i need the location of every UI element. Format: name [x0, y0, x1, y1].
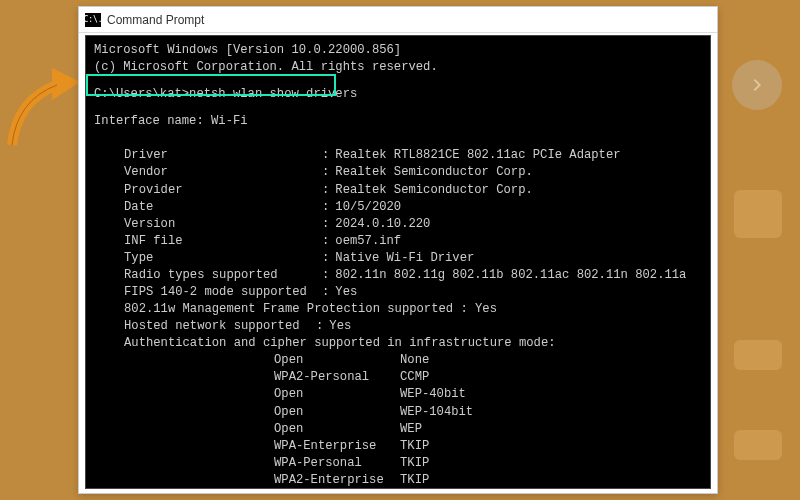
interface-name: Interface name: Wi-Fi — [94, 114, 248, 128]
auth-cipher: None — [400, 352, 429, 369]
prompt-command: netsh wlan show drivers — [189, 87, 357, 101]
prop-value: 2024.0.10.220 — [335, 216, 430, 233]
callout-arrow-icon — [2, 60, 80, 150]
auth-cipher: TKIP — [400, 438, 429, 455]
prop-key: Vendor — [124, 164, 322, 181]
auth-cipher: CCMP — [400, 369, 429, 386]
bg-tile — [734, 340, 782, 370]
prop-value: Yes — [329, 318, 351, 335]
prop-key: Driver — [124, 147, 322, 164]
prop-key: Version — [124, 216, 322, 233]
auth-mode: WPA2-Enterprise — [274, 472, 400, 489]
auth-cipher: WEP — [400, 421, 422, 438]
auth-cipher: WEP-104bit — [400, 404, 473, 421]
prop-value: oem57.inf — [335, 233, 401, 250]
auth-mode: Open — [274, 352, 400, 369]
mgmt-frame-line: 802.11w Management Frame Protection supp… — [124, 302, 497, 316]
window-title: Command Prompt — [107, 13, 204, 27]
prompt-path: C:\Users\kat> — [94, 87, 189, 101]
command-prompt-window: C:\. Command Prompt Microsoft Windows [V… — [78, 6, 718, 494]
auth-cipher: WEP-40bit — [400, 386, 466, 403]
prop-value: Realtek RTL8821CE 802.11ac PCIe Adapter — [335, 147, 620, 164]
prop-value: Realtek Semiconductor Corp. — [335, 164, 532, 181]
auth-header: Authentication and cipher supported in i… — [124, 336, 556, 350]
header-line-1: Microsoft Windows [Version 10.0.22000.85… — [94, 43, 401, 57]
auth-cipher: TKIP — [400, 455, 429, 472]
auth-mode: Open — [274, 404, 400, 421]
auth-mode: WPA-Enterprise — [274, 438, 400, 455]
bg-tile — [734, 190, 782, 238]
auth-mode: Open — [274, 386, 400, 403]
header-line-2: (c) Microsoft Corporation. All rights re… — [94, 60, 438, 74]
prop-key: INF file — [124, 233, 322, 250]
prop-key: Radio types supported — [124, 267, 322, 284]
prop-key: Hosted network supported — [124, 318, 316, 335]
chevron-right-icon — [749, 77, 765, 93]
prop-key: Provider — [124, 182, 322, 199]
terminal-output[interactable]: Microsoft Windows [Version 10.0.22000.85… — [85, 35, 711, 489]
auth-cipher: TKIP — [400, 472, 429, 489]
prop-value: 10/5/2020 — [335, 199, 401, 216]
auth-mode: WPA-Personal — [274, 455, 400, 472]
auth-mode: WPA2-Personal — [274, 369, 400, 386]
prop-key: Type — [124, 250, 322, 267]
prop-value: 802.11n 802.11g 802.11b 802.11ac 802.11n… — [335, 267, 686, 284]
auth-mode: Open — [274, 421, 400, 438]
prop-value: Realtek Semiconductor Corp. — [335, 182, 532, 199]
window-titlebar[interactable]: C:\. Command Prompt — [79, 7, 717, 33]
prop-key: Date — [124, 199, 322, 216]
prop-value: Native Wi-Fi Driver — [335, 250, 474, 267]
prop-value: Yes — [335, 284, 357, 301]
bg-tile — [734, 430, 782, 460]
carousel-next-button[interactable] — [732, 60, 782, 110]
cmd-icon: C:\. — [85, 13, 101, 27]
prop-key: FIPS 140-2 mode supported — [124, 284, 322, 301]
